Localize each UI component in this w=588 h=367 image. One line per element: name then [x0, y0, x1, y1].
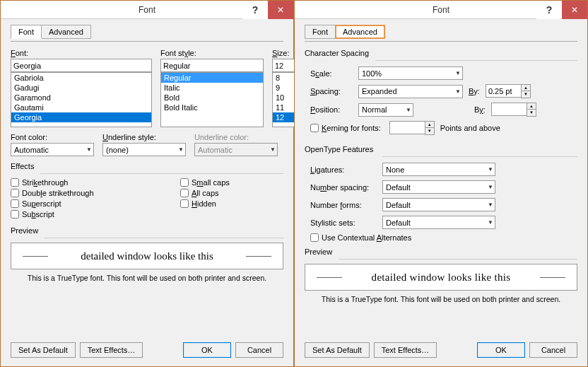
- preview-box: detailed window looks like this: [305, 264, 577, 291]
- superscript-checkbox[interactable]: Superscript: [11, 199, 180, 208]
- font-label: Font:: [11, 49, 152, 57]
- footnote: This is a TrueType font. This font will …: [305, 295, 577, 303]
- ok-button[interactable]: OK: [183, 342, 231, 358]
- ligatures-label: Ligatures:: [310, 165, 377, 174]
- all-caps-checkbox[interactable]: All caps: [180, 189, 230, 197]
- preview-text: detailed window looks like this: [351, 272, 531, 284]
- preview-line-icon: [317, 277, 342, 278]
- tab-advanced[interactable]: Advanced: [335, 25, 385, 39]
- list-item[interactable]: Bold: [161, 93, 263, 103]
- num-spacing-label: Number spacing:: [310, 183, 377, 192]
- spacing-by-input[interactable]: [486, 84, 521, 98]
- contextual-alternates-checkbox[interactable]: Use Contextual Alternates: [310, 233, 577, 242]
- num-forms-label: Number forms:: [310, 201, 377, 209]
- spinner-down-icon[interactable]: ▼: [527, 110, 536, 116]
- font-color-select[interactable]: Automatic▼: [11, 143, 94, 156]
- underline-style-label: Underline style:: [102, 133, 186, 141]
- spinner-down-icon[interactable]: ▼: [522, 91, 530, 98]
- list-item[interactable]: Gabriola: [11, 73, 151, 83]
- chevron-down-icon: ▼: [488, 166, 493, 173]
- ligatures-select[interactable]: None▼: [382, 163, 495, 176]
- list-item[interactable]: Bold Italic: [161, 103, 263, 112]
- set-default-button[interactable]: Set As Default: [11, 342, 76, 358]
- kerning-input[interactable]: [389, 121, 425, 134]
- chevron-down-icon: ▼: [455, 88, 461, 95]
- num-spacing-select[interactable]: Default▼: [382, 180, 495, 194]
- help-button[interactable]: ?: [536, 1, 562, 19]
- footnote: This is a TrueType font. This font will …: [11, 274, 283, 282]
- list-item[interactable]: Italic: [161, 83, 263, 93]
- titlebar: Font ? ✕: [1, 1, 293, 19]
- cancel-button[interactable]: Cancel: [529, 342, 577, 358]
- window-title: Font: [139, 5, 155, 15]
- effects-label: Effects: [11, 162, 283, 170]
- set-default-button[interactable]: Set As Default: [305, 342, 370, 358]
- close-button[interactable]: ✕: [268, 1, 293, 19]
- text-effects-button[interactable]: Text Effects…: [80, 342, 143, 358]
- font-listbox[interactable]: Gabriola Gadugi Garamond Gautami Georgia: [11, 72, 152, 127]
- tab-advanced[interactable]: Advanced: [41, 25, 91, 39]
- char-spacing-label: Character Spacing: [305, 49, 577, 57]
- tab-font[interactable]: Font: [305, 25, 336, 39]
- scale-select[interactable]: 100%▼: [358, 66, 463, 80]
- help-button[interactable]: ?: [242, 1, 268, 19]
- chevron-down-icon: ▼: [488, 219, 493, 226]
- preview-line-icon: [23, 256, 48, 257]
- underline-color-label: Underline color:: [194, 133, 278, 141]
- spacing-label: Spacing:: [310, 87, 353, 95]
- underline-style-select[interactable]: (none)▼: [102, 143, 186, 156]
- spacing-by-spinner[interactable]: ▲▼: [486, 84, 531, 98]
- tab-font[interactable]: Font: [11, 25, 42, 39]
- underline-color-select: Automatic▼: [194, 143, 278, 156]
- list-item[interactable]: Gautami: [11, 103, 151, 112]
- preview-line-icon: [540, 277, 565, 278]
- points-above-label: Points and above: [440, 124, 500, 132]
- spinner-up-icon[interactable]: ▲: [425, 122, 434, 128]
- position-label: Position:: [310, 105, 353, 114]
- num-forms-select[interactable]: Default▼: [382, 198, 495, 211]
- font-style-label: Font style:: [160, 49, 264, 57]
- ok-button[interactable]: OK: [477, 342, 525, 358]
- chevron-down-icon: ▼: [270, 146, 276, 153]
- font-input[interactable]: [11, 59, 152, 72]
- chevron-down-icon: ▼: [86, 146, 92, 153]
- kerning-spinner[interactable]: ▲▼: [389, 121, 435, 135]
- chevron-down-icon: ▼: [178, 146, 184, 153]
- list-item[interactable]: Garamond: [11, 93, 151, 103]
- subscript-checkbox[interactable]: Subscript: [11, 210, 180, 219]
- preview-label: Preview: [11, 226, 283, 235]
- stylistic-label: Stylistic sets:: [310, 219, 377, 227]
- font-dialog-advanced-tab: Font ? ✕ Font Advanced Character Spacing…: [294, 0, 588, 367]
- font-style-listbox[interactable]: Regular Italic Bold Bold Italic: [160, 72, 264, 127]
- chevron-down-icon: ▼: [488, 202, 493, 208]
- font-dialog-font-tab: Font ? ✕ Font Advanced Font: Gabriola Ga…: [0, 0, 294, 367]
- spacing-select[interactable]: Expanded▼: [358, 85, 463, 98]
- titlebar: Font ? ✕: [295, 1, 587, 19]
- preview-box: detailed window looks like this: [11, 243, 283, 269]
- list-item[interactable]: Regular: [161, 73, 263, 83]
- hidden-checkbox[interactable]: Hidden: [180, 199, 230, 208]
- text-effects-button[interactable]: Text Effects…: [374, 342, 437, 358]
- close-button[interactable]: ✕: [562, 1, 587, 19]
- font-style-input[interactable]: [160, 59, 264, 72]
- by-label: By:: [469, 87, 480, 95]
- strikethrough-checkbox[interactable]: Strikethrough: [11, 178, 180, 187]
- preview-text: detailed window looks like this: [57, 250, 237, 262]
- position-by-input[interactable]: [491, 103, 527, 116]
- spinner-up-icon[interactable]: ▲: [522, 85, 530, 91]
- scale-label: Scale:: [310, 69, 353, 78]
- font-color-label: Font color:: [11, 133, 94, 141]
- cancel-button[interactable]: Cancel: [235, 342, 283, 358]
- double-strikethrough-checkbox[interactable]: Double strikethrough: [11, 189, 180, 197]
- list-item[interactable]: Gadugi: [11, 83, 151, 93]
- small-caps-checkbox[interactable]: Small caps: [180, 178, 230, 187]
- position-by-spinner[interactable]: ▲▼: [491, 103, 536, 117]
- list-item[interactable]: Georgia: [11, 112, 151, 122]
- stylistic-select[interactable]: Default▼: [382, 216, 495, 229]
- chevron-down-icon: ▼: [455, 70, 461, 76]
- kerning-checkbox[interactable]: Kerning for fonts:: [310, 124, 381, 132]
- position-select[interactable]: Normal▼: [358, 103, 413, 117]
- preview-line-icon: [246, 256, 271, 257]
- spinner-down-icon[interactable]: ▼: [425, 128, 434, 134]
- spinner-up-icon[interactable]: ▲: [527, 103, 536, 110]
